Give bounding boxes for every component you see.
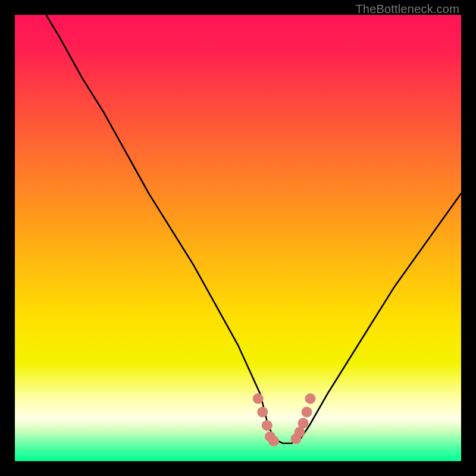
highlight-dot xyxy=(262,420,273,431)
highlight-dot xyxy=(257,407,268,418)
watermark-text: TheBottleneck.com xyxy=(355,2,459,16)
curve-line xyxy=(46,15,462,443)
curve-bottom-highlight xyxy=(253,393,316,446)
highlight-dot xyxy=(253,393,264,404)
highlight-dot xyxy=(268,436,279,446)
highlight-dot xyxy=(302,407,312,418)
highlight-dot xyxy=(305,393,316,404)
highlight-dot xyxy=(298,418,309,428)
chart-frame: TheBottleneck.com xyxy=(0,0,476,476)
bottleneck-curve xyxy=(15,15,461,461)
plot-area xyxy=(15,15,461,461)
